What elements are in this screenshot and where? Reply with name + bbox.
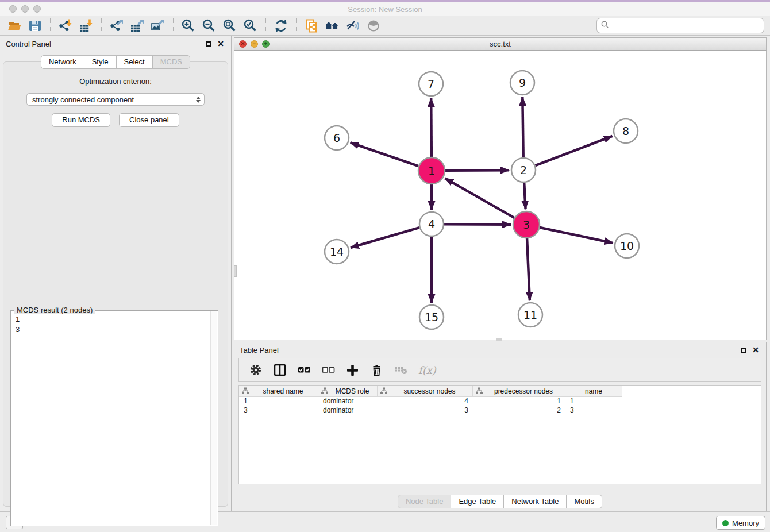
column-header-successor-nodes[interactable]: successor nodes [378, 386, 473, 397]
mcds-tab-content: Optimization criterion: strongly connect… [3, 61, 228, 507]
close-panel-button[interactable]: Close panel [119, 113, 179, 127]
search-input[interactable] [610, 20, 764, 32]
export-table-icon[interactable] [129, 18, 146, 34]
tab-node-table[interactable]: Node Table [398, 495, 452, 508]
edge-2-3[interactable] [524, 183, 525, 209]
node-10[interactable]: 10 [615, 234, 639, 258]
tab-mcds[interactable]: MCDS [153, 55, 190, 69]
network-window-titlebar[interactable]: ✕ − + scc.txt [234, 37, 767, 51]
column-header-shared-name[interactable]: shared name [239, 386, 318, 397]
table-cell: 1 [239, 397, 318, 406]
toolbar-separator [101, 18, 102, 33]
column-header-MCDS-role[interactable]: MCDS role [318, 386, 378, 397]
node-1[interactable]: 1 [418, 157, 445, 184]
svg-text:7: 7 [428, 78, 434, 90]
edge-1-2[interactable] [445, 170, 509, 171]
node-7[interactable]: 7 [419, 72, 443, 96]
show-all-icon[interactable] [365, 18, 382, 34]
node-9[interactable]: 9 [510, 71, 534, 95]
float-panel-icon[interactable] [203, 39, 213, 48]
open-session-icon[interactable] [6, 18, 23, 34]
zoom-fit-icon[interactable] [221, 18, 238, 34]
run-mcds-button[interactable]: Run MCDS [52, 113, 110, 127]
add-row-icon[interactable] [346, 364, 359, 377]
table-panel-title: Table Panel [240, 346, 735, 354]
refresh-layout-icon[interactable] [272, 18, 290, 34]
node-6[interactable]: 6 [325, 126, 349, 150]
import-network-icon[interactable] [57, 18, 74, 34]
svg-text:1: 1 [428, 164, 435, 177]
memory-button[interactable]: Memory [716, 516, 765, 530]
mcds-result-group: MCDS result (2 nodes) 13 [10, 310, 218, 526]
edge-2-8[interactable] [536, 136, 613, 165]
tab-select[interactable]: Select [117, 55, 153, 69]
column-header-name[interactable]: name [565, 386, 622, 397]
node-4[interactable]: 4 [419, 212, 444, 236]
delete-row-icon[interactable] [370, 364, 383, 377]
node-11[interactable]: 11 [518, 303, 542, 327]
search-icon [600, 20, 610, 32]
edge-1-7[interactable] [431, 98, 432, 157]
svg-text:6: 6 [333, 132, 340, 144]
select-all-checks-icon[interactable] [298, 364, 311, 377]
table-cell: 3 [239, 406, 318, 415]
edge-1-6[interactable] [351, 142, 419, 166]
edge-3-1[interactable] [445, 178, 514, 218]
node-2[interactable]: 2 [511, 158, 536, 182]
network-graph[interactable]: 1234678910111415 [234, 51, 767, 340]
attribute-icon [321, 387, 328, 396]
node-3[interactable]: 3 [513, 211, 540, 238]
table-row[interactable]: 1dominator411 [239, 397, 761, 406]
import-table-icon[interactable] [78, 18, 95, 34]
node-table-header: shared nameMCDS rolesuccessor nodesprede… [239, 386, 761, 397]
edge-2-9[interactable] [522, 97, 523, 157]
export-network-icon[interactable] [108, 18, 125, 34]
network-view-canvas[interactable]: 1234678910111415 [234, 51, 767, 340]
node-8[interactable]: 8 [614, 119, 638, 143]
mcds-result-list[interactable]: 13 [11, 311, 218, 338]
left-splitter-grip[interactable] [234, 265, 237, 277]
table-float-panel-icon[interactable] [738, 345, 748, 354]
toolbar-separator [50, 18, 51, 33]
settings-gear-icon[interactable] [249, 364, 263, 377]
export-image-icon[interactable] [149, 18, 167, 34]
main-toolbar [0, 16, 770, 36]
edge-4-3[interactable] [444, 224, 511, 225]
save-session-icon[interactable] [26, 18, 44, 34]
control-panel-tabs: NetworkStyleSelectMCDS [0, 55, 231, 69]
edge-4-14[interactable] [351, 228, 419, 248]
result-scrollbar[interactable] [210, 311, 217, 525]
bottom-splitter-grip[interactable] [496, 338, 502, 341]
table-panel-header: Table Panel ✕ [234, 342, 766, 358]
close-panel-icon[interactable]: ✕ [216, 39, 225, 48]
new-network-from-selection-icon[interactable] [303, 18, 320, 34]
table-row[interactable]: 3dominator323 [239, 406, 761, 415]
edge-3-11[interactable] [527, 238, 530, 300]
edge-3-10[interactable] [540, 228, 613, 243]
tab-motifs[interactable]: Motifs [567, 495, 602, 508]
svg-text:4: 4 [428, 218, 435, 230]
table-close-panel-icon[interactable]: ✕ [751, 345, 760, 354]
node-14[interactable]: 14 [325, 240, 349, 264]
mcds-result-title: MCDS result (2 nodes) [14, 306, 95, 314]
deselect-all-checks-icon[interactable] [322, 364, 335, 377]
search-field[interactable] [596, 18, 764, 33]
attribute-icon [242, 387, 249, 396]
optimization-criterion-select[interactable]: strongly connected component [26, 93, 205, 106]
zoom-selected-icon[interactable] [242, 18, 259, 34]
tab-network[interactable]: Network [41, 55, 84, 69]
hide-selected-icon[interactable] [344, 18, 361, 34]
zoom-in-icon[interactable] [180, 18, 197, 34]
tab-network-table[interactable]: Network Table [504, 495, 567, 508]
svg-text:8: 8 [622, 125, 629, 137]
node-15[interactable]: 15 [419, 305, 444, 329]
column-header-predecessor-nodes[interactable]: predecessor nodes [473, 386, 565, 397]
zoom-out-icon[interactable] [201, 18, 218, 34]
svg-text:11: 11 [523, 309, 537, 321]
memory-label: Memory [732, 519, 759, 527]
tab-style[interactable]: Style [84, 55, 117, 69]
first-neighbors-icon[interactable] [324, 18, 341, 34]
control-panel-title: Control Panel [6, 40, 200, 48]
toggle-columns-icon[interactable] [274, 364, 287, 377]
tab-edge-table[interactable]: Edge Table [451, 495, 504, 508]
